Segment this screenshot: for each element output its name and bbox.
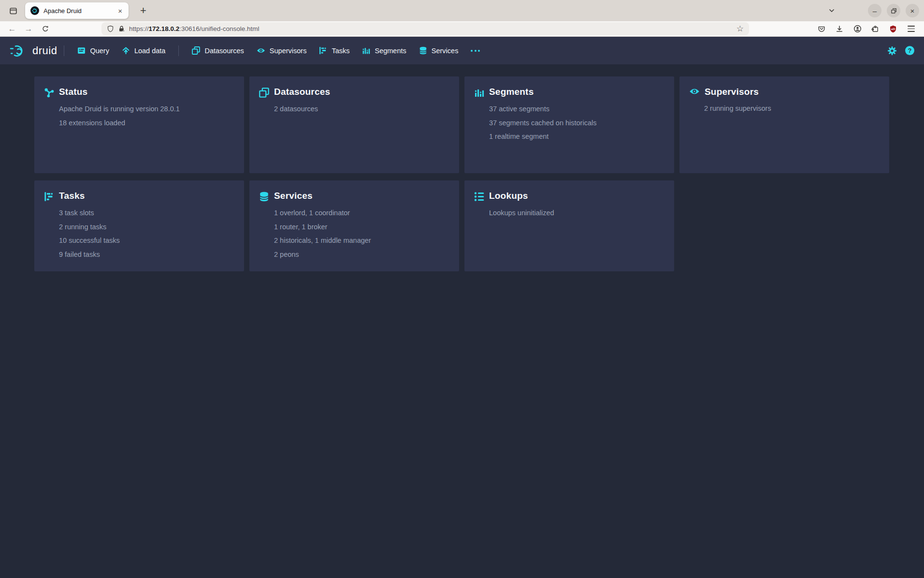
card-title: Lookups (489, 191, 528, 201)
druid-navbar: druid Query Load data Datasources (0, 37, 924, 64)
url-host: 172.18.0.2 (149, 25, 180, 32)
upload-icon (122, 46, 130, 55)
nav-item-tasks[interactable]: Tasks (313, 37, 356, 64)
window-restore-button[interactable] (887, 4, 900, 17)
card-title: Status (59, 87, 87, 97)
druid-logo[interactable]: druid (9, 44, 57, 58)
tab-title: Apache Druid (43, 7, 116, 15)
card-line: 2 peons (274, 248, 449, 262)
card-title: Datasources (274, 87, 330, 97)
nav-item-datasources[interactable]: Datasources (186, 37, 250, 64)
nav-item-label: Segments (375, 47, 406, 55)
browser-tab-bar: Apache Druid × + – × (0, 0, 924, 21)
status-card[interactable]: Status Apache Druid is running version 2… (34, 76, 244, 173)
datasources-card[interactable]: Datasources 2 datasources (249, 76, 459, 173)
query-icon (77, 46, 86, 55)
eye-icon (257, 47, 265, 54)
gantt-icon (319, 46, 327, 55)
window-close-button[interactable]: × (906, 4, 919, 17)
card-line: 2 historicals, 1 middle manager (274, 234, 449, 248)
url-scheme: https:// (129, 25, 149, 32)
nav-item-load-data[interactable]: Load data (116, 37, 172, 64)
navbar-divider (178, 45, 179, 56)
list-tabs-chevron-icon[interactable] (828, 7, 836, 15)
url-bar[interactable]: https://172.18.0.2:30616/unified-console… (101, 22, 749, 35)
gantt-icon (44, 192, 54, 202)
new-tab-button[interactable]: + (136, 4, 150, 17)
card-line: Apache Druid is running version 28.0.1 (59, 102, 234, 116)
cards-grid: Status Apache Druid is running version 2… (34, 76, 890, 271)
card-line: 18 extensions loaded (59, 116, 234, 130)
browser-tab[interactable]: Apache Druid × (25, 2, 129, 19)
bar-chart-icon (474, 88, 484, 98)
extensions-puzzle-icon[interactable] (870, 24, 881, 34)
card-line: 9 failed tasks (59, 248, 234, 262)
nav-item-label: Supervisors (270, 47, 307, 55)
pocket-icon[interactable] (816, 24, 827, 34)
card-title: Tasks (59, 191, 85, 201)
more-menu-icon[interactable] (464, 37, 486, 64)
reload-icon[interactable] (37, 25, 53, 32)
menu-hamburger-icon[interactable] (906, 24, 916, 34)
bookmark-star-icon[interactable]: ☆ (736, 25, 744, 33)
tab-close-icon[interactable]: × (116, 6, 125, 15)
supervisors-card[interactable]: Supervisors 2 running supervisors (679, 76, 889, 173)
nav-item-query[interactable]: Query (71, 37, 116, 64)
browser-toolbar: ← → https://172.18.0.2:30616/unified-con… (0, 21, 924, 37)
card-line: 10 successful tasks (59, 234, 234, 248)
card-line: 37 segments cached on historicals (489, 116, 664, 130)
forward-icon[interactable]: → (20, 24, 37, 34)
svg-text:uO: uO (891, 27, 895, 30)
account-icon[interactable] (852, 24, 863, 34)
segments-card[interactable]: Segments 37 active segments 37 segments … (464, 76, 674, 173)
tasks-card[interactable]: Tasks 3 task slots 2 running tasks 10 su… (34, 180, 244, 271)
card-line: 2 datasources (274, 102, 449, 116)
list-icon (474, 192, 484, 202)
bar-chart-icon (362, 46, 370, 55)
nav-item-services[interactable]: Services (413, 37, 465, 64)
lock-warning-icon[interactable] (118, 25, 125, 32)
navbar-right: ? (887, 46, 914, 56)
lookups-card[interactable]: Lookups Lookups uninitialized (464, 180, 674, 271)
nav-item-supervisors[interactable]: Supervisors (250, 37, 313, 64)
card-line: 2 running tasks (59, 220, 234, 234)
nav-item-label: Services (432, 47, 459, 55)
eye-icon (689, 88, 700, 95)
card-line: 3 task slots (59, 206, 234, 220)
layers-icon (259, 88, 269, 98)
database-icon (259, 192, 269, 202)
brand-name: druid (32, 44, 57, 57)
shield-icon[interactable] (107, 25, 114, 32)
layers-icon (192, 46, 200, 55)
help-icon[interactable]: ? (905, 46, 914, 55)
card-line: 1 overlord, 1 coordinator (274, 206, 449, 220)
firefox-view-icon[interactable] (5, 2, 21, 19)
navbar-divider (64, 45, 64, 56)
card-title: Supervisors (705, 87, 759, 97)
services-card[interactable]: Services 1 overlord, 1 coordinator 1 rou… (249, 180, 459, 271)
card-title: Services (274, 191, 313, 201)
url-path: :30616/unified-console.html (179, 25, 259, 32)
card-title: Segments (489, 87, 534, 97)
card-line: Lookups uninitialized (489, 206, 664, 220)
card-line: 2 running supervisors (704, 102, 880, 116)
nav-item-label: Tasks (332, 47, 349, 55)
card-line: 1 realtime segment (489, 130, 664, 144)
druid-favicon (30, 6, 39, 15)
toolbar-right-icons: uO (816, 24, 916, 34)
ublock-origin-icon[interactable]: uO (888, 24, 898, 34)
back-icon[interactable]: ← (4, 24, 20, 34)
home-view: Status Apache Druid is running version 2… (0, 64, 924, 271)
graph-icon (44, 88, 54, 98)
downloads-icon[interactable] (834, 24, 845, 34)
card-line: 37 active segments (489, 102, 664, 116)
nav-item-label: Query (90, 47, 109, 55)
card-line: 1 router, 1 broker (274, 220, 449, 234)
nav-item-label: Load data (134, 47, 166, 55)
window-minimize-button[interactable]: – (868, 4, 881, 17)
nav-item-segments[interactable]: Segments (356, 37, 412, 64)
database-icon (419, 46, 427, 55)
gear-icon[interactable] (887, 46, 897, 56)
nav-item-label: Datasources (204, 47, 244, 55)
